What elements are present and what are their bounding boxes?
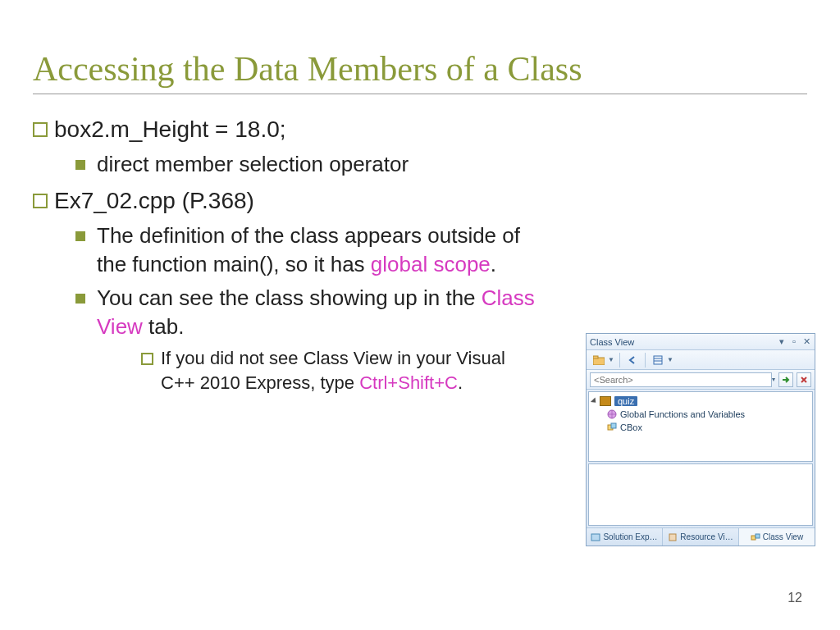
search-input[interactable]	[590, 372, 772, 387]
tree-cbox-row[interactable]: CBox	[592, 421, 809, 434]
expand-icon[interactable]	[591, 397, 598, 404]
svg-rect-11	[756, 534, 760, 538]
new-folder-icon[interactable]	[591, 353, 606, 368]
dropdown-arrow-icon[interactable]: ▼	[667, 356, 673, 363]
svg-rect-10	[751, 536, 756, 540]
tree-project-label[interactable]: quiz	[614, 396, 637, 406]
class-view-icon	[751, 532, 760, 542]
pin-icon[interactable]: ▫	[789, 336, 799, 347]
highlight-shortcut: Ctrl+Shift+C	[359, 372, 458, 393]
svg-rect-2	[654, 356, 662, 364]
slide-title: Accessing the Data Members of a Class	[33, 49, 807, 94]
window-buttons: ▾ ▫ ✕	[777, 336, 811, 347]
bullet-2b: You can see the class showing up in the …	[97, 284, 540, 395]
bullet-1-text: box2.m_Height = 18.0;	[54, 116, 286, 142]
tab-solution-explorer[interactable]: Solution Exp…	[587, 528, 663, 546]
class-view-members-pane[interactable]	[588, 463, 813, 526]
solution-icon	[591, 532, 600, 542]
settings-icon[interactable]	[651, 353, 665, 368]
tree-cbox-label: CBox	[620, 422, 642, 432]
back-icon[interactable]	[625, 353, 640, 368]
class-icon	[607, 422, 617, 432]
search-dropdown-icon[interactable]: ▾	[772, 376, 775, 383]
bullet-1a: direct member selection operator	[97, 150, 540, 179]
dropdown-arrow-icon[interactable]: ▼	[608, 356, 614, 363]
tab-class-view[interactable]: Class View	[739, 528, 815, 546]
window-menu-icon[interactable]: ▾	[777, 336, 787, 347]
svg-rect-9	[669, 534, 676, 541]
project-icon	[600, 396, 611, 406]
bullet-2b1: If you did not see Class View in your Vi…	[161, 346, 540, 395]
tree-globals-row[interactable]: Global Functions and Variables	[592, 408, 809, 421]
class-view-panel: Class View ▾ ▫ ✕ ▼ ▼ ▾	[586, 333, 815, 546]
tab-resource-view[interactable]: Resource Vi…	[663, 528, 739, 546]
resource-icon	[668, 532, 678, 542]
bullet-2-text: Ex7_02.cpp (P.368)	[54, 188, 254, 213]
tree-globals-label: Global Functions and Variables	[620, 409, 745, 419]
class-view-title: Class View	[590, 337, 634, 347]
page-number: 12	[788, 591, 802, 605]
class-view-tabs: Solution Exp… Resource Vi… Class View	[587, 527, 815, 546]
class-view-tree[interactable]: quiz Global Functions and Variables CBox	[588, 391, 813, 462]
close-icon[interactable]: ✕	[801, 336, 811, 347]
svg-rect-7	[611, 423, 616, 428]
go-button[interactable]	[778, 372, 793, 387]
tree-project-row[interactable]: quiz	[592, 395, 809, 408]
clear-button[interactable]	[797, 372, 811, 387]
bullet-1: box2.m_Height = 18.0; direct member sele…	[54, 114, 807, 179]
svg-rect-8	[591, 534, 600, 541]
bullet-2a: The definition of the class appears outs…	[97, 221, 540, 279]
class-view-header: Class View ▾ ▫ ✕	[587, 334, 815, 350]
class-view-search-row: ▾	[587, 370, 815, 390]
globals-icon	[607, 409, 617, 419]
highlight-global-scope: global scope	[371, 252, 491, 276]
class-view-toolbar: ▼ ▼	[587, 350, 815, 370]
svg-rect-1	[593, 356, 598, 358]
